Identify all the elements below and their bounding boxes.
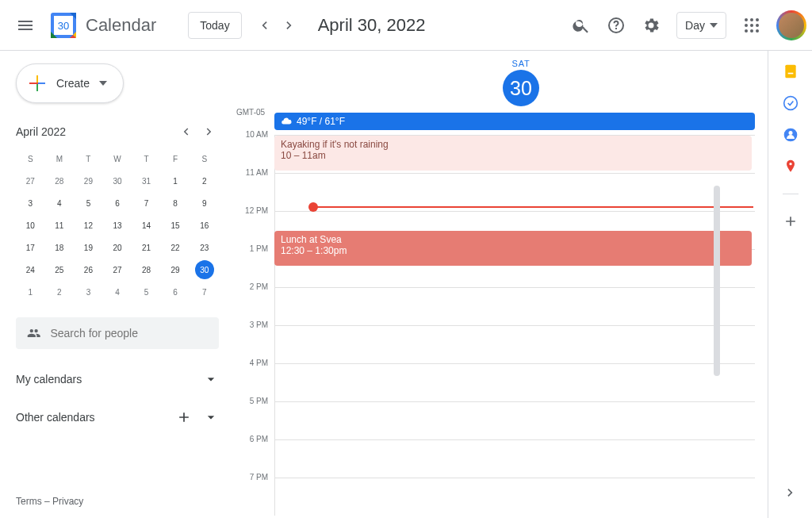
mini-day[interactable]: 16 [190, 214, 219, 236]
chevron-down-icon [203, 409, 219, 425]
privacy-link[interactable]: Privacy [52, 496, 83, 507]
mini-day[interactable]: 27 [16, 170, 45, 192]
mini-day[interactable]: 7 [132, 192, 161, 214]
time-cell[interactable] [274, 173, 755, 211]
mini-day[interactable]: 28 [132, 259, 161, 281]
mini-day[interactable]: 3 [74, 281, 103, 303]
plus-icon [28, 74, 47, 93]
search-people-input[interactable] [16, 317, 219, 349]
other-calendars-toggle[interactable]: Other calendars [16, 409, 219, 425]
mini-day[interactable]: 17 [16, 236, 45, 259]
keep-icon[interactable] [783, 63, 799, 79]
mini-next-button[interactable] [200, 122, 219, 141]
mini-day[interactable]: 6 [161, 281, 190, 303]
mini-day[interactable]: 23 [190, 236, 219, 259]
mini-dow: T [132, 148, 161, 170]
event-lunch[interactable]: Lunch at Svea 12:30 – 1:30pm [274, 231, 752, 266]
search-icon [572, 16, 591, 35]
allday-weather-event[interactable]: 49°F / 61°F [274, 113, 755, 130]
next-day-button[interactable] [277, 13, 302, 38]
mini-day[interactable]: 11 [45, 214, 75, 236]
mini-day[interactable]: 1 [161, 170, 190, 192]
tasks-icon[interactable] [783, 95, 799, 111]
mini-day[interactable]: 4 [103, 281, 132, 303]
svg-point-10 [788, 131, 792, 135]
time-cell[interactable] [274, 325, 755, 363]
time-label: 4 PM [228, 359, 274, 397]
people-icon [27, 325, 40, 341]
mini-dow: F [161, 148, 190, 170]
contacts-icon[interactable] [783, 127, 799, 143]
mini-day[interactable]: 24 [16, 259, 45, 281]
terms-link[interactable]: Terms [16, 496, 42, 507]
search-people-field[interactable] [50, 327, 208, 340]
mini-day[interactable]: 4 [45, 192, 75, 214]
mini-day[interactable]: 13 [103, 214, 132, 236]
mini-day[interactable]: 30 [103, 170, 132, 192]
mini-day[interactable]: 12 [74, 214, 103, 236]
time-cell[interactable] [274, 363, 755, 401]
calendar-logo[interactable]: 30 Calendar [48, 10, 156, 41]
mini-day[interactable]: 19 [74, 236, 103, 259]
time-label: 1 PM [228, 244, 274, 282]
support-button[interactable] [600, 10, 632, 41]
chevron-right-icon [202, 125, 216, 139]
mini-day[interactable]: 22 [161, 236, 190, 259]
account-avatar[interactable] [777, 11, 806, 40]
svg-text:30: 30 [58, 20, 69, 32]
mini-day[interactable]: 29 [74, 170, 103, 192]
mini-day[interactable]: 26 [74, 259, 103, 281]
main-menu-button[interactable] [6, 6, 44, 44]
mini-day[interactable]: 5 [132, 281, 161, 303]
mini-day[interactable]: 27 [103, 259, 132, 281]
chevron-right-icon [783, 485, 799, 501]
time-cell[interactable] [274, 478, 755, 516]
mini-day[interactable]: 1 [16, 281, 45, 303]
event-kayaking[interactable]: Kayaking if it's not raining 10 – 11am [274, 136, 752, 171]
mini-dow: M [45, 148, 75, 170]
time-label: 5 PM [228, 397, 274, 435]
mini-day[interactable]: 29 [161, 259, 190, 281]
mini-day[interactable]: 8 [161, 192, 190, 214]
mini-day[interactable]: 21 [132, 236, 161, 259]
sidebar: Create April 2022 SMTWTFS272829303112345… [0, 51, 228, 518]
my-calendars-toggle[interactable]: My calendars [16, 371, 219, 387]
view-selector[interactable]: Day [676, 12, 726, 39]
settings-button[interactable] [635, 10, 667, 41]
mini-day[interactable]: 25 [45, 259, 75, 281]
today-button[interactable]: Today [188, 12, 241, 39]
mini-day[interactable]: 10 [16, 214, 45, 236]
create-button[interactable]: Create [16, 63, 124, 103]
scrollbar[interactable] [714, 186, 720, 376]
plus-icon[interactable] [176, 409, 192, 425]
mini-prev-button[interactable] [176, 122, 195, 141]
mini-day[interactable]: 6 [103, 192, 132, 214]
mini-day[interactable]: 5 [74, 192, 103, 214]
mini-day[interactable]: 30 [190, 259, 219, 281]
mini-dow: W [103, 148, 132, 170]
mini-day[interactable]: 28 [45, 170, 75, 192]
mini-day[interactable]: 3 [16, 192, 45, 214]
mini-day[interactable]: 2 [45, 281, 75, 303]
maps-icon[interactable] [783, 159, 799, 175]
mini-day[interactable]: 14 [132, 214, 161, 236]
time-cell[interactable] [274, 401, 755, 439]
mini-day[interactable]: 2 [190, 170, 219, 192]
search-button[interactable] [565, 10, 597, 41]
hide-side-panel-button[interactable] [775, 477, 806, 508]
mini-day[interactable]: 9 [190, 192, 219, 214]
chevron-left-icon [178, 125, 193, 139]
mini-day[interactable]: 15 [161, 214, 190, 236]
day-header[interactable]: SAT 30 [274, 59, 768, 106]
app-name: Calendar [86, 15, 156, 36]
mini-day[interactable]: 20 [103, 236, 132, 259]
mini-day[interactable]: 18 [45, 236, 75, 259]
get-addons-button[interactable] [783, 213, 799, 229]
time-cell[interactable] [274, 439, 755, 478]
prev-day-button[interactable] [251, 13, 277, 38]
mini-day[interactable]: 7 [190, 281, 219, 303]
mini-day[interactable]: 31 [132, 170, 161, 192]
time-cell[interactable] [274, 287, 755, 325]
google-apps-button[interactable] [736, 10, 768, 41]
svg-rect-3 [36, 75, 38, 82]
